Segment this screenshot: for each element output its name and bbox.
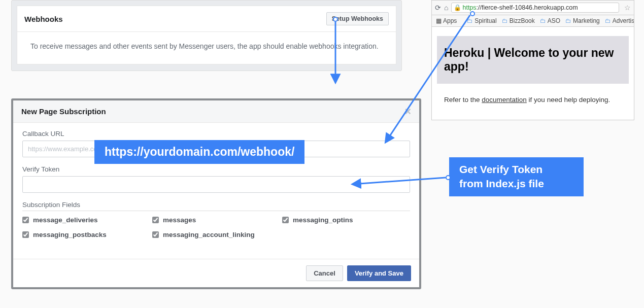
browser-toolbar: ⟳ ⌂ 🔒 https://fierce-shelf-10846.herokua…: [432, 1, 634, 15]
reload-icon[interactable]: ⟳: [435, 4, 441, 12]
callback-url-label: Callback URL: [22, 130, 410, 138]
bookmark-folder[interactable]: 🗀 ASO: [540, 17, 560, 24]
subscription-fields-label: Subscription Fields: [22, 201, 410, 209]
field-item-label: messaging_postbacks: [33, 231, 107, 238]
checkbox-messaging_account_linking[interactable]: [152, 231, 159, 238]
browser-window: ⟳ ⌂ 🔒 https://fierce-shelf-10846.herokua…: [431, 0, 634, 120]
verify-token-label: Verify Token: [22, 165, 410, 173]
heroku-banner: Heroku | Welcome to your new app!: [437, 36, 629, 84]
bookmark-folder[interactable]: 🗀 Advertising: [605, 17, 634, 24]
bookmark-folder[interactable]: 🗀 Spiritual: [467, 17, 496, 24]
bookmark-folder[interactable]: 🗀 BizzBook: [502, 17, 535, 24]
checkbox-messaging_optins[interactable]: [282, 217, 289, 223]
field-item-label: message_deliveries: [33, 216, 98, 224]
heroku-text: Refer to the documentation if you need h…: [437, 84, 629, 106]
bookmarks-bar: ▦ Apps 🗀 Spiritual🗀 BizzBook🗀 ASO🗀 Marke…: [432, 15, 634, 27]
field-item-messages[interactable]: messages: [152, 216, 280, 224]
dialog-title: New Page Subscription: [21, 107, 106, 116]
checkbox-message_deliveries[interactable]: [22, 217, 29, 223]
field-item-label: messaging_optins: [293, 216, 353, 224]
heroku-text-pre: Refer to the: [444, 96, 482, 104]
url-host: ://fierce-shelf-10846.herokuapp.com: [477, 4, 578, 11]
apps-icon[interactable]: ▦ Apps: [436, 17, 457, 24]
webhooks-description: To receive messages and other events sen…: [30, 42, 379, 50]
url-protocol: https: [462, 4, 476, 11]
home-icon[interactable]: ⌂: [444, 4, 448, 12]
field-item-messaging_optins[interactable]: messaging_optins: [282, 216, 410, 224]
address-bar[interactable]: 🔒 https://fierce-shelf-10846.herokuapp.c…: [451, 3, 619, 13]
browser-viewport: Heroku | Welcome to your new app! Refer …: [432, 27, 634, 120]
heroku-text-post: if you need help deploying.: [527, 96, 610, 104]
webhooks-panel: Webhooks Setup Webhooks To receive messa…: [11, 0, 402, 71]
folder-icon: 🗀: [605, 17, 611, 24]
new-subscription-dialog: New Page Subscription × Callback URL Ver…: [11, 98, 421, 289]
bookmark-folder[interactable]: 🗀 Marketing: [565, 17, 600, 24]
divider: [22, 211, 410, 211]
annotation-dot: [446, 175, 451, 180]
close-icon[interactable]: ×: [404, 108, 411, 115]
dialog-header: New Page Subscription ×: [13, 100, 419, 123]
field-item-messaging_account_linking[interactable]: messaging_account_linking: [152, 231, 280, 238]
cancel-button[interactable]: Cancel: [306, 265, 343, 281]
verify-token-input[interactable]: [22, 176, 410, 193]
field-item-messaging_postbacks[interactable]: messaging_postbacks: [22, 231, 150, 238]
lock-icon: 🔒: [454, 4, 461, 11]
dialog-footer: Cancel Verify and Save: [13, 259, 419, 287]
annotation-dot: [333, 17, 338, 22]
checkbox-messages[interactable]: [152, 217, 159, 223]
folder-icon: 🗀: [467, 17, 473, 24]
folder-icon: 🗀: [565, 17, 571, 24]
checkbox-messaging_postbacks[interactable]: [22, 231, 29, 238]
annotation-dot: [470, 11, 475, 16]
documentation-link[interactable]: documentation: [482, 96, 527, 104]
field-item-message_deliveries[interactable]: message_deliveries: [22, 216, 150, 224]
webhooks-panel-header: Webhooks Setup Webhooks: [17, 6, 396, 31]
webhooks-title: Webhooks: [24, 15, 63, 23]
annotation-verify-token: Get Verify Token from Index.js file: [449, 157, 584, 196]
folder-icon: 🗀: [540, 17, 546, 24]
webhooks-panel-body: To receive messages and other events sen…: [17, 31, 396, 64]
bookmark-star-icon[interactable]: ☆: [622, 4, 631, 12]
subscription-fields-grid: message_deliveriesmessagesmessaging_opti…: [22, 216, 410, 259]
field-item-label: messaging_account_linking: [163, 231, 255, 238]
folder-icon: 🗀: [502, 17, 508, 24]
annotation-callback-url: https://yourdomain.com/webhook/: [94, 140, 304, 164]
verify-save-button[interactable]: Verify and Save: [347, 265, 411, 281]
field-item-label: messages: [163, 216, 196, 224]
